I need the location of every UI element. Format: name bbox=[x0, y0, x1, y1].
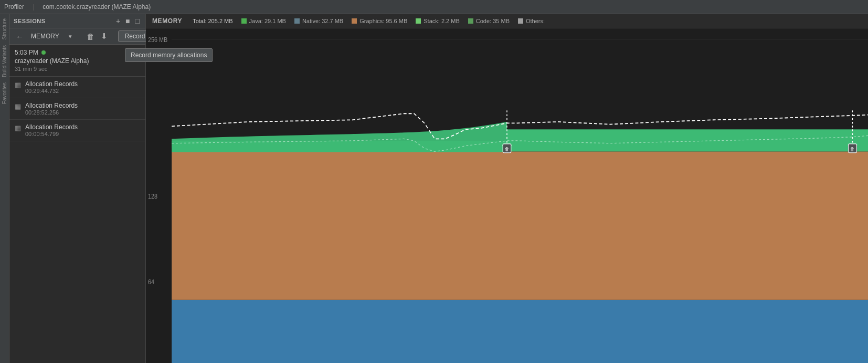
svg-rect-8 bbox=[172, 151, 868, 299]
alloc-time-0: 00:29:44.732 bbox=[25, 88, 140, 94]
stat-stack: Stack: 2.2 MB bbox=[416, 18, 459, 24]
record-tooltip: Record memory allocations bbox=[125, 48, 213, 62]
session-app: crazyreader (MAZE Alpha) bbox=[15, 57, 140, 65]
java-label: Java: 29.1 MB bbox=[249, 18, 286, 24]
alloc-name-1: Allocation Records bbox=[25, 102, 140, 109]
memory-dropdown-label: MEMORY bbox=[28, 32, 62, 41]
active-indicator bbox=[41, 50, 46, 55]
alloc-name-0: Allocation Records bbox=[25, 80, 140, 88]
vertical-tab-favorites[interactable]: Favorites bbox=[1, 80, 8, 106]
alloc-icon-2: ▦ bbox=[15, 124, 21, 132]
sidebar: SESSIONS + ■ □ ← MEMORY ▼ 🗑 ⬇ Record Rec… bbox=[9, 14, 146, 363]
alloc-text-2: Allocation Records 00:00:54.799 bbox=[25, 123, 140, 137]
session-time-row: 5:03 PM bbox=[15, 49, 140, 56]
svg-text:64: 64 bbox=[148, 278, 154, 286]
back-button[interactable]: ← bbox=[14, 31, 26, 42]
sidebar-content: 5:03 PM crazyreader (MAZE Alpha) 31 min … bbox=[9, 45, 145, 363]
profiler-menu[interactable]: Profiler bbox=[4, 3, 24, 11]
export-button[interactable]: ⬇ bbox=[99, 30, 110, 42]
stat-java: Java: 29.1 MB bbox=[241, 18, 286, 24]
stat-total: Total: 205.2 MB bbox=[193, 18, 232, 24]
top-bar: Profiler | com.cootek.crazyreader (MAZE … bbox=[0, 0, 868, 14]
memory-header: MEMORY Total: 205.2 MB Java: 29.1 MB Nat… bbox=[146, 14, 868, 28]
svg-text:🗑: 🗑 bbox=[850, 146, 854, 152]
memory-stats: Total: 205.2 MB Java: 29.1 MB Native: 32… bbox=[193, 18, 862, 24]
chart-area[interactable]: 256 MB 128 64 bbox=[146, 28, 868, 363]
svg-text:256 MB: 256 MB bbox=[148, 36, 167, 44]
sessions-title: SESSIONS bbox=[14, 18, 112, 24]
svg-rect-7 bbox=[172, 300, 868, 363]
session-time: 5:03 PM bbox=[15, 49, 38, 56]
add-session-button[interactable]: + bbox=[114, 17, 122, 25]
stat-others: Others: bbox=[518, 18, 545, 24]
left-vertical-tabs: Structure Build Variants Favorites bbox=[0, 14, 9, 363]
memory-dropdown-arrow[interactable]: ▼ bbox=[65, 33, 76, 40]
stat-native: Native: 32.7 MB bbox=[294, 18, 343, 24]
native-label: Native: 32.7 MB bbox=[302, 18, 343, 24]
graphics-color-swatch bbox=[352, 18, 357, 24]
allocation-item-2[interactable]: ▦ Allocation Records 00:00:54.799 bbox=[9, 120, 145, 141]
content-area: MEMORY Total: 205.2 MB Java: 29.1 MB Nat… bbox=[146, 14, 868, 363]
code-label: Code: 35 MB bbox=[476, 18, 510, 24]
delete-button[interactable]: 🗑 bbox=[84, 31, 97, 42]
session-duration: 31 min 9 sec bbox=[15, 66, 140, 72]
stat-graphics: Graphics: 95.6 MB bbox=[352, 18, 407, 24]
stop-session-button[interactable]: ■ bbox=[124, 17, 131, 25]
alloc-text-1: Allocation Records 00:28:52.256 bbox=[25, 102, 140, 116]
svg-text:🗑: 🗑 bbox=[505, 146, 509, 152]
alloc-time-1: 00:28:52.256 bbox=[25, 109, 140, 116]
alloc-time-2: 00:00:54.799 bbox=[25, 131, 140, 137]
stack-color-swatch bbox=[416, 18, 421, 24]
allocation-item-1[interactable]: ▦ Allocation Records 00:28:52.256 bbox=[9, 98, 145, 120]
java-color-swatch bbox=[241, 18, 247, 24]
stat-code: Code: 35 MB bbox=[468, 18, 510, 24]
top-bar-separator: | bbox=[33, 3, 34, 11]
alloc-icon-1: ▦ bbox=[15, 102, 21, 110]
alloc-name-2: Allocation Records bbox=[25, 123, 140, 131]
sessions-header: SESSIONS + ■ □ bbox=[9, 14, 145, 28]
allocation-item-0[interactable]: ▦ Allocation Records 00:29:44.732 bbox=[9, 77, 145, 98]
main-area: Structure Build Variants Favorites SESSI… bbox=[0, 14, 868, 363]
svg-rect-10 bbox=[507, 129, 868, 151]
native-color-swatch bbox=[294, 18, 300, 24]
alloc-icon-0: ▦ bbox=[15, 81, 21, 89]
alloc-text-0: Allocation Records 00:29:44.732 bbox=[25, 80, 140, 94]
vertical-tab-structure[interactable]: Structure bbox=[1, 16, 8, 42]
toolbar: ← MEMORY ▼ 🗑 ⬇ Record Record memory allo… bbox=[9, 28, 145, 45]
others-label: Others: bbox=[526, 18, 545, 24]
svg-text:128: 128 bbox=[148, 192, 157, 200]
graphics-label: Graphics: 95.6 MB bbox=[359, 18, 407, 24]
vertical-tab-build-variants[interactable]: Build Variants bbox=[1, 43, 8, 79]
others-color-swatch bbox=[518, 18, 523, 24]
code-color-swatch bbox=[468, 18, 473, 24]
stack-label: Stack: 2.2 MB bbox=[424, 18, 459, 24]
app-label: com.cootek.crazyreader (MAZE Alpha) bbox=[43, 3, 151, 11]
memory-panel-title: MEMORY bbox=[152, 17, 182, 25]
memory-chart: 256 MB 128 64 bbox=[146, 28, 868, 363]
toggle-session-button[interactable]: □ bbox=[134, 17, 141, 25]
